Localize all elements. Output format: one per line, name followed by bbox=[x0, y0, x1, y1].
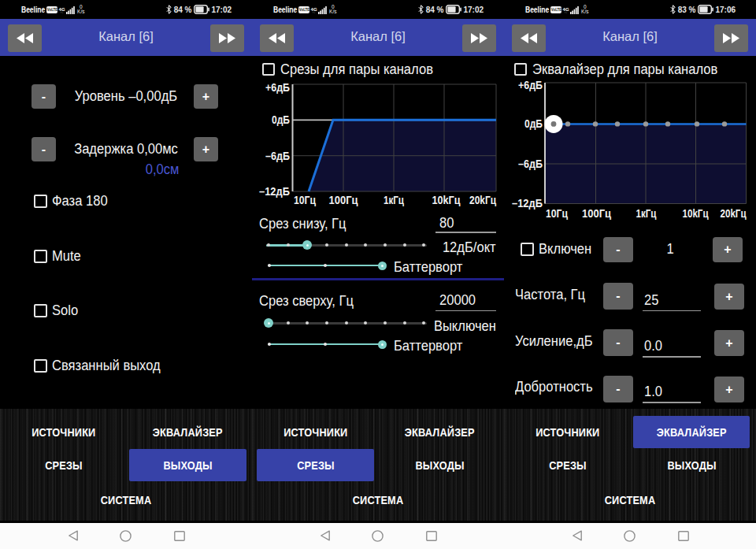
svg-text:10kГц: 10kГц bbox=[683, 207, 709, 220]
svg-text:1кГц: 1кГц bbox=[636, 207, 657, 220]
svg-text:–6дБ: –6дБ bbox=[518, 158, 543, 170]
svg-text:–6дБ: –6дБ bbox=[265, 150, 290, 162]
svg-text:100Гц: 100Гц bbox=[329, 194, 358, 206]
svg-text:0дБ: 0дБ bbox=[524, 117, 543, 130]
svg-text:100Гц: 100Гц bbox=[582, 207, 611, 220]
svg-text:1кГц: 1кГц bbox=[384, 194, 404, 206]
svg-text:20kГц: 20kГц bbox=[721, 207, 747, 220]
svg-text:20kГц: 20kГц bbox=[469, 194, 496, 206]
svg-text:10Гц: 10Гц bbox=[294, 194, 316, 206]
svg-text:–12дБ: –12дБ bbox=[259, 185, 290, 198]
svg-text:+6дБ: +6дБ bbox=[518, 79, 543, 91]
svg-text:10Гц: 10Гц bbox=[546, 207, 568, 220]
svg-text:10kГц: 10kГц bbox=[432, 194, 461, 206]
svg-text:0дБ: 0дБ bbox=[272, 113, 290, 126]
svg-text:–12дБ: –12дБ bbox=[512, 197, 543, 210]
svg-text:+6дБ: +6дБ bbox=[265, 81, 290, 94]
